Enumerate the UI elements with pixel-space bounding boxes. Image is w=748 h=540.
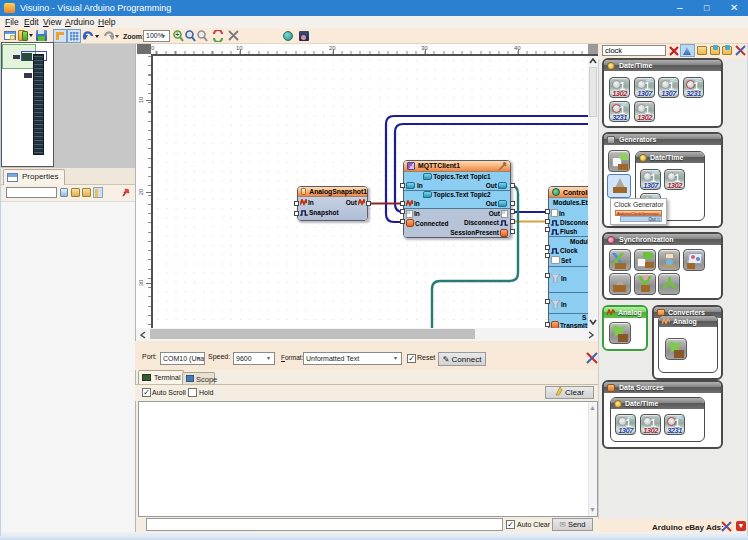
svg-text:+: + <box>175 31 179 38</box>
